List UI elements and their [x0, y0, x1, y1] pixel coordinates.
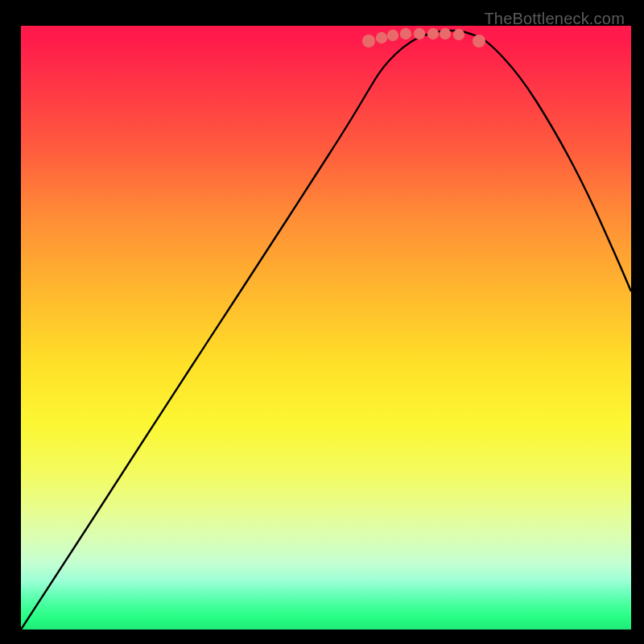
marker-group — [362, 28, 485, 47]
curve-marker — [453, 29, 464, 40]
curve-marker — [387, 30, 398, 41]
curve-path — [21, 31, 631, 630]
curve-marker — [427, 28, 439, 39]
curve-marker — [400, 28, 411, 39]
bottleneck-curve — [21, 31, 631, 630]
plot-area — [21, 26, 631, 630]
curve-marker — [414, 28, 425, 39]
curve-marker — [473, 35, 485, 47]
curve-marker — [362, 35, 375, 47]
curve-marker — [376, 32, 387, 43]
chart-frame: TheBottleneck.com — [10, 10, 634, 634]
watermark-text: TheBottleneck.com — [484, 10, 625, 28]
curve-marker — [440, 28, 451, 39]
curve-layer — [21, 26, 631, 630]
